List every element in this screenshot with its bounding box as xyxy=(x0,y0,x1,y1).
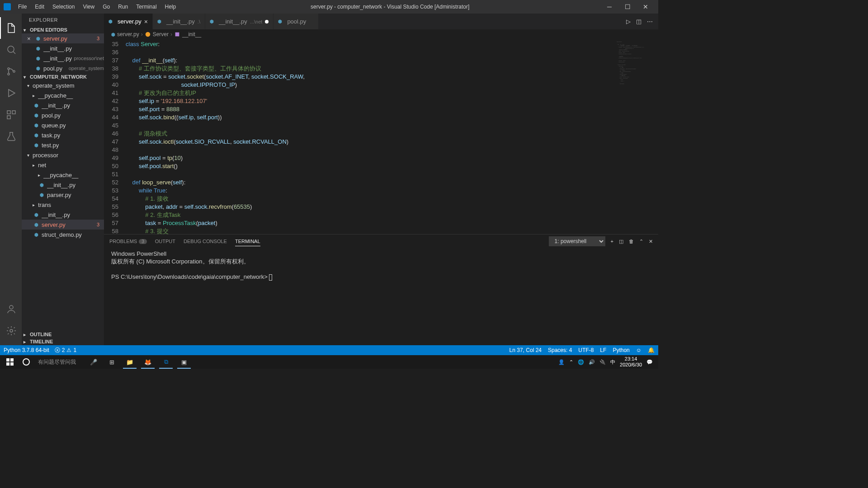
open-editor-item[interactable]: ×⬢__init__.py xyxy=(22,43,104,53)
split-terminal-icon[interactable]: ◫ xyxy=(619,239,623,244)
network-icon[interactable]: 🌐 xyxy=(578,359,584,365)
notifications-icon[interactable]: 🔔 xyxy=(648,347,655,353)
open-editor-item[interactable]: ×⬢server.py3 xyxy=(22,33,104,43)
menu-selection[interactable]: Selection xyxy=(49,2,78,12)
open-editors-header[interactable]: ▾OPEN EDITORS xyxy=(22,26,104,33)
terminal[interactable]: Windows PowerShell版权所有 (C) Microsoft Cor… xyxy=(104,248,658,345)
file-item[interactable]: ⬢parser.py xyxy=(22,190,104,200)
cursor-position[interactable]: Ln 37, Col 24 xyxy=(509,347,542,353)
breadcrumb[interactable]: ⬢server.py›Server›__init__ xyxy=(104,29,658,39)
close-panel-icon[interactable]: ✕ xyxy=(649,239,653,244)
code-area[interactable]: 3536373839404142434445464748495051525354… xyxy=(104,39,658,234)
menu-run[interactable]: Run xyxy=(114,2,132,12)
source-control-icon[interactable] xyxy=(0,61,22,82)
folder-item[interactable]: ▸trans xyxy=(22,200,104,210)
menu-edit[interactable]: Edit xyxy=(31,2,48,12)
run-debug-icon[interactable] xyxy=(0,82,22,104)
mic-icon[interactable]: 🎤 xyxy=(85,355,102,369)
folder-item[interactable]: ▾operate_system xyxy=(22,80,104,90)
task-view-icon[interactable]: ⊞ xyxy=(103,355,120,369)
file-item[interactable]: ⬢struct_demo.py xyxy=(22,230,104,239)
split-editor-icon[interactable]: ◫ xyxy=(636,18,642,25)
editor-tab[interactable]: ⬢__init__.py.\ xyxy=(153,14,205,29)
explorer-icon[interactable] xyxy=(0,17,22,39)
volume-icon[interactable]: 🔊 xyxy=(589,359,595,365)
outline-header[interactable]: ▸OUTLINE xyxy=(22,331,104,338)
cortana-icon[interactable] xyxy=(18,355,34,369)
ime-icon[interactable]: 中 xyxy=(610,359,615,366)
maximize-button[interactable]: ☐ xyxy=(618,0,637,14)
open-editor-item[interactable]: ×⬢__init__.pyprocessor\net xyxy=(22,53,104,63)
more-actions-icon[interactable]: ⋯ xyxy=(647,18,653,25)
search-icon[interactable] xyxy=(0,39,22,61)
file-item[interactable]: ⬢test.py xyxy=(22,140,104,150)
folder-item[interactable]: ▾processor xyxy=(22,150,104,160)
file-item[interactable]: ⬢__init__.py xyxy=(22,100,104,110)
menu-go[interactable]: Go xyxy=(99,2,113,12)
close-button[interactable]: ✕ xyxy=(637,0,655,14)
python-file-icon: ⬢ xyxy=(157,19,164,24)
maximize-panel-icon[interactable]: ⌃ xyxy=(639,239,643,244)
language-mode[interactable]: Python xyxy=(613,347,629,353)
file-item[interactable]: ⬢task.py xyxy=(22,130,104,140)
close-tab-icon[interactable]: × xyxy=(144,18,148,25)
timeline-header[interactable]: ▸TIMELINE xyxy=(22,338,104,345)
folder-item[interactable]: ▸net xyxy=(22,160,104,170)
python-file-icon: ⬢ xyxy=(33,143,40,148)
minimap[interactable]: class Server: def __init__(self): # 工作协议… xyxy=(615,39,658,234)
breadcrumb-item[interactable]: ⬢server.py xyxy=(111,31,139,38)
firefox-icon[interactable]: 🦊 xyxy=(139,355,156,369)
file-explorer-icon[interactable]: 📁 xyxy=(121,355,138,369)
cortana-search[interactable]: 有问题尽管问我 xyxy=(34,358,80,366)
menu-file[interactable]: File xyxy=(14,2,30,12)
extensions-icon[interactable] xyxy=(0,104,22,126)
file-item[interactable]: ⬢pool.py xyxy=(22,110,104,120)
battery-icon[interactable]: 🔌 xyxy=(599,359,606,365)
editor-tab[interactable]: ⬢__init__.py...\net xyxy=(205,14,274,29)
file-item[interactable]: ⬢__init__.py xyxy=(22,180,104,190)
minimize-button[interactable]: ─ xyxy=(600,0,618,14)
new-terminal-icon[interactable]: + xyxy=(611,239,613,244)
accounts-icon[interactable] xyxy=(0,298,22,320)
sidebar: Explorer ▾OPEN EDITORS ×⬢server.py3×⬢__i… xyxy=(22,14,104,345)
vscode-taskbar-icon[interactable]: ⧉ xyxy=(157,355,175,369)
clock[interactable]: 23:142020/6/30 xyxy=(620,356,642,368)
run-file-icon[interactable]: ▷ xyxy=(626,18,631,25)
testing-icon[interactable] xyxy=(0,126,22,147)
editor-tab[interactable]: ⬢server.py× xyxy=(104,14,153,29)
file-item[interactable]: ⬢server.py3 xyxy=(22,220,104,230)
breadcrumb-item[interactable]: __init__ xyxy=(174,31,201,38)
start-button[interactable] xyxy=(2,355,18,369)
terminal-selector[interactable]: 1: powershell xyxy=(549,236,605,246)
file-item[interactable]: ⬢__init__.py xyxy=(22,210,104,220)
eol[interactable]: LF xyxy=(600,347,606,353)
file-item[interactable]: ⬢queue.py xyxy=(22,120,104,130)
panel-tab-problems[interactable]: PROBLEMS3 xyxy=(109,237,147,246)
folder-item[interactable]: ▸__pycache__ xyxy=(22,90,104,100)
tray-up-icon[interactable]: ⌃ xyxy=(569,359,573,365)
breadcrumb-item[interactable]: Server xyxy=(145,31,169,38)
panel-tab-output[interactable]: OUTPUT xyxy=(155,237,175,246)
panel-tab-debug-console[interactable]: DEBUG CONSOLE xyxy=(184,237,227,246)
project-header[interactable]: ▾COMPUTER_NETWORK xyxy=(22,73,104,80)
menu-view[interactable]: View xyxy=(79,2,98,12)
action-center-icon[interactable]: 💬 xyxy=(646,359,653,365)
settings-icon[interactable] xyxy=(0,320,22,342)
people-icon[interactable]: 👤 xyxy=(558,359,565,365)
encoding[interactable]: UTF-8 xyxy=(578,347,594,353)
kill-terminal-icon[interactable]: 🗑 xyxy=(629,239,634,244)
folder-item[interactable]: ▸__pycache__ xyxy=(22,170,104,180)
cmd-icon[interactable]: ▣ xyxy=(175,355,193,369)
close-icon[interactable]: × xyxy=(27,35,34,42)
feedback-icon[interactable]: ☺ xyxy=(636,347,642,353)
menu-terminal[interactable]: Terminal xyxy=(132,2,160,12)
open-editor-item[interactable]: ×⬢pool.pyoperate_system xyxy=(22,63,104,73)
code-content[interactable]: class Server: def __init__(self): # 工作协议… xyxy=(126,39,658,234)
indentation[interactable]: Spaces: 4 xyxy=(548,347,572,353)
panel-tab-terminal[interactable]: TERMINAL xyxy=(235,237,260,246)
menu-help[interactable]: Help xyxy=(161,2,180,12)
editor-tab[interactable]: ⬢pool.py xyxy=(274,14,319,29)
problems-status[interactable]: ⓧ 2 ⚠ 1 xyxy=(55,347,76,354)
python-version[interactable]: Python 3.7.8 64-bit xyxy=(4,347,49,353)
python-file-icon: ⬢ xyxy=(33,103,40,108)
